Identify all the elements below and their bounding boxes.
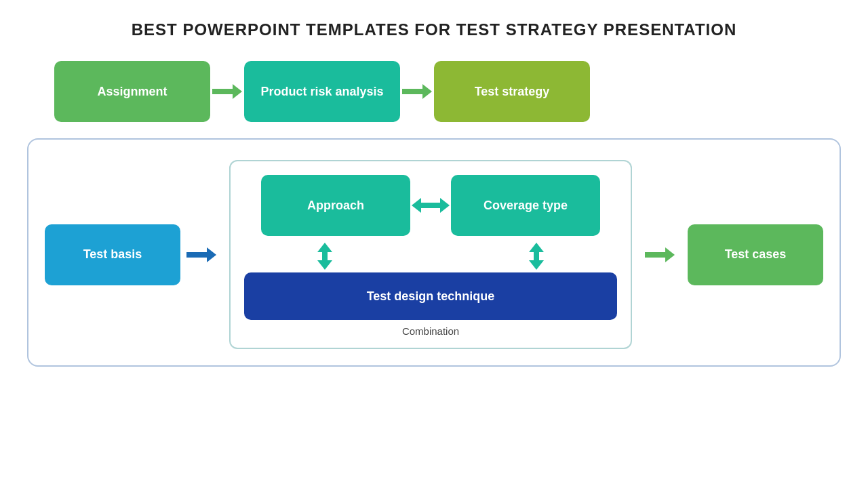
arrow-3-icon [184,245,218,265]
coverage-type-box: Coverage type [451,175,600,236]
page-title: BEST POWERPOINT TEMPLATES FOR TEST STRAT… [132,20,736,39]
page: BEST POWERPOINT TEMPLATES FOR TEST STRAT… [0,0,868,488]
double-arrow-horizontal-icon [410,195,451,216]
approach-coverage-row: Approach Coverage type [261,175,600,236]
product-risk-box: Product risk analysis [244,61,400,122]
approach-box: Approach [261,175,410,236]
arrow-1-icon [210,79,244,104]
arrow-4-icon [643,245,677,265]
vertical-arrow-1-icon [250,245,399,267]
center-container: Approach Coverage type [229,160,632,349]
combination-label: Combination [402,325,459,337]
test-strategy-box: Test strategy [434,61,590,122]
arrow-2-icon [400,79,434,104]
bottom-flow-section: Test basis Approach Covera [27,138,841,367]
test-cases-box: Test cases [688,224,823,285]
vertical-arrows-row [244,245,617,267]
test-design-technique-box: Test design technique [244,272,617,320]
top-flow-row: Assignment Product risk analysis Test st… [54,61,590,122]
assignment-box: Assignment [54,61,210,122]
vertical-arrow-2-icon [462,245,611,267]
test-basis-box: Test basis [45,224,180,285]
